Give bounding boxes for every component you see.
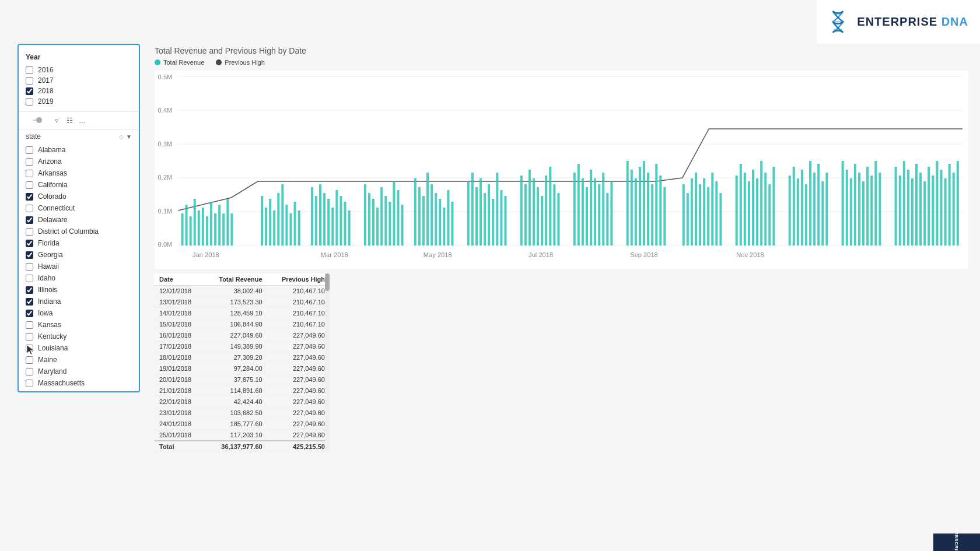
- svg-text:0.2M: 0.2M: [158, 174, 173, 181]
- svg-rect-98: [626, 161, 629, 245]
- svg-rect-156: [928, 167, 930, 245]
- state-item[interactable]: Florida: [19, 237, 139, 249]
- svg-rect-94: [598, 184, 600, 245]
- filter-icon[interactable]: ▿: [51, 115, 62, 126]
- state-item[interactable]: Kansas: [19, 319, 139, 331]
- svg-rect-17: [190, 216, 192, 245]
- state-item[interactable]: Connecticut: [19, 202, 139, 214]
- svg-rect-160: [944, 178, 947, 245]
- svg-rect-116: [715, 181, 718, 245]
- table-cell-prev_high: 210,467.10: [267, 308, 330, 319]
- state-item[interactable]: Iowa: [19, 307, 139, 319]
- table-cell-date: 21/01/2018: [155, 385, 204, 396]
- table-row: 15/01/2018106,844.90210,467.10: [155, 319, 330, 330]
- collapse-icon[interactable]: ▼: [126, 134, 132, 140]
- state-checkbox[interactable]: [26, 286, 33, 294]
- table-scrollbar-thumb[interactable]: [325, 273, 330, 291]
- state-checkbox[interactable]: [26, 216, 33, 224]
- svg-rect-24: [218, 205, 220, 245]
- state-name-label: Florida: [38, 239, 60, 247]
- table-cell-revenue: 227,049.60: [204, 330, 267, 341]
- state-item[interactable]: Indiana: [19, 296, 139, 307]
- year-2017-item[interactable]: 2017: [26, 75, 132, 86]
- svg-rect-113: [703, 178, 705, 245]
- year-section: Year 2016 2017 2018 2019: [19, 51, 139, 112]
- state-item[interactable]: Idaho: [19, 272, 139, 284]
- more-icon[interactable]: …: [77, 115, 88, 126]
- logo-dna-text: DNA: [937, 15, 968, 28]
- state-checkbox[interactable]: [26, 368, 33, 375]
- table-cell-prev_high: 210,467.10: [267, 286, 330, 297]
- state-checkbox[interactable]: [26, 333, 33, 341]
- state-checkbox[interactable]: [26, 263, 33, 271]
- state-item[interactable]: Maine: [19, 354, 139, 366]
- state-item[interactable]: Georgia: [19, 249, 139, 261]
- state-item[interactable]: Arkansas: [19, 167, 139, 179]
- state-checkbox[interactable]: [26, 193, 33, 201]
- table-cell-revenue: 114,891.60: [204, 385, 267, 396]
- svg-rect-139: [846, 170, 848, 245]
- svg-rect-48: [364, 184, 366, 245]
- state-item[interactable]: District of Columbia: [19, 226, 139, 237]
- state-item[interactable]: Colorado: [19, 191, 139, 202]
- table-cell-revenue: 106,844.90: [204, 319, 267, 330]
- svg-rect-81: [533, 178, 535, 245]
- logo-text: ENTERPRISE DNA: [857, 15, 968, 29]
- state-checkbox[interactable]: [26, 310, 33, 317]
- state-name-label: Georgia: [38, 251, 63, 259]
- state-checkbox[interactable]: [26, 275, 33, 282]
- year-2016-item[interactable]: 2016: [26, 65, 132, 75]
- svg-rect-150: [903, 161, 905, 245]
- svg-rect-99: [631, 170, 633, 245]
- state-item[interactable]: California: [19, 179, 139, 191]
- svg-text:0.1M: 0.1M: [158, 208, 173, 215]
- state-checkbox[interactable]: [26, 181, 33, 189]
- state-item[interactable]: Arizona: [19, 156, 139, 167]
- state-checkbox[interactable]: [26, 380, 33, 387]
- col-prev-high: Previous High: [267, 273, 330, 286]
- state-checkbox[interactable]: [26, 298, 33, 306]
- svg-rect-72: [484, 193, 486, 245]
- svg-rect-28: [261, 196, 263, 245]
- state-checkbox[interactable]: [26, 228, 33, 236]
- svg-rect-97: [610, 181, 612, 245]
- svg-rect-158: [936, 161, 938, 245]
- subscribe-bar: SUBSCRIBE: [933, 534, 980, 551]
- state-item[interactable]: Kentucky: [19, 331, 139, 342]
- year-2019-checkbox[interactable]: [26, 98, 33, 106]
- svg-rect-39: [315, 196, 317, 245]
- svg-rect-143: [862, 181, 864, 245]
- state-item[interactable]: Massachusetts: [19, 377, 139, 389]
- table-scrollbar[interactable]: [325, 273, 330, 452]
- state-item[interactable]: Louisiana: [19, 342, 139, 354]
- table-cell-revenue: 38,002.40: [204, 286, 267, 297]
- year-2016-checkbox[interactable]: [26, 66, 33, 74]
- state-checkbox[interactable]: [26, 345, 33, 352]
- state-item[interactable]: Illinois: [19, 284, 139, 296]
- state-item[interactable]: Hawaii: [19, 261, 139, 272]
- state-checkbox[interactable]: [26, 158, 33, 166]
- table-row: 25/01/2018117,203.10227,049.60: [155, 430, 330, 441]
- svg-rect-76: [500, 190, 502, 245]
- state-checkbox[interactable]: [26, 251, 33, 259]
- state-item[interactable]: Alabama: [19, 144, 139, 156]
- table-row: 13/01/2018173,523.30210,467.10: [155, 297, 330, 308]
- state-item[interactable]: Delaware: [19, 214, 139, 226]
- state-checkbox[interactable]: [26, 170, 33, 177]
- state-checkbox[interactable]: [26, 321, 33, 329]
- year-2019-item[interactable]: 2019: [26, 96, 132, 107]
- state-checkbox[interactable]: [26, 356, 33, 364]
- svg-rect-132: [805, 184, 807, 245]
- svg-rect-74: [492, 199, 494, 245]
- state-checkbox[interactable]: [26, 240, 33, 247]
- svg-rect-140: [850, 178, 852, 245]
- state-checkbox[interactable]: [26, 146, 33, 154]
- year-2017-checkbox[interactable]: [26, 77, 33, 85]
- state-checkbox[interactable]: [26, 205, 33, 212]
- state-label-row: state ◇ ▼: [19, 130, 139, 142]
- year-2018-checkbox[interactable]: [26, 87, 33, 95]
- year-2018-item[interactable]: 2018: [26, 86, 132, 96]
- grid-icon[interactable]: ☷: [64, 115, 75, 126]
- state-item[interactable]: Maryland: [19, 366, 139, 377]
- clear-icon[interactable]: ◇: [119, 134, 124, 140]
